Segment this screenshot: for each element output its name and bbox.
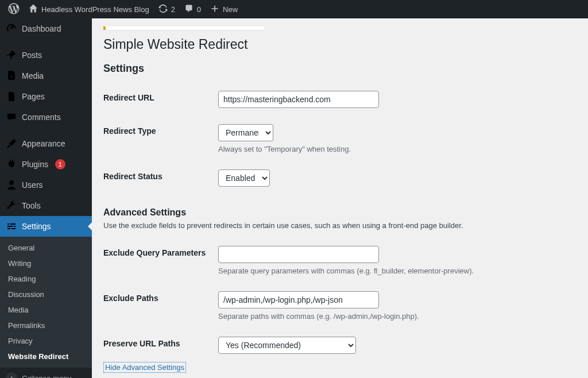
admin-sidebar: Dashboard Posts Media Pages Comments App… — [0, 18, 92, 378]
media-icon — [6, 70, 17, 82]
sidebar-item-dashboard[interactable]: Dashboard — [0, 18, 92, 39]
redirect-status-label: Redirect Status — [103, 161, 218, 195]
submenu-permalinks[interactable]: Permalinks — [0, 318, 92, 333]
redirect-type-select[interactable]: Permanent — [218, 124, 273, 141]
collapse-icon — [6, 372, 17, 378]
sidebar-item-posts[interactable]: Posts — [0, 45, 92, 65]
wordpress-logo[interactable] — [3, 0, 24, 18]
sidebar-item-label: Appearance — [22, 139, 65, 148]
exclude-paths-help: Separate paths with commas (e.g. /wp-adm… — [218, 312, 571, 321]
advanced-heading: Advanced Settings — [103, 207, 577, 218]
pages-icon — [6, 91, 17, 102]
sidebar-item-tools[interactable]: Tools — [0, 195, 92, 216]
settings-submenu: General Writing Reading Discussion Media… — [0, 237, 92, 368]
sidebar-item-label: Plugins — [22, 160, 48, 169]
exclude-query-help: Separate query parameters with commas (e… — [218, 267, 571, 275]
collapse-label: Collapse menu — [22, 374, 72, 379]
sidebar-item-pages[interactable]: Pages — [0, 86, 92, 107]
sidebar-item-users[interactable]: Users — [0, 175, 92, 195]
exclude-paths-input[interactable] — [218, 291, 379, 308]
sidebar-item-label: Media — [22, 71, 44, 80]
dashboard-icon — [6, 23, 17, 34]
redirect-url-input[interactable] — [218, 91, 379, 108]
pin-icon — [6, 49, 17, 61]
sliders-icon — [6, 221, 17, 232]
admin-bar: Headless WordPress News Blog 2 0 New — [0, 0, 588, 18]
submenu-website-redirect[interactable]: Website Redirect — [0, 349, 92, 364]
submenu-privacy[interactable]: Privacy — [0, 333, 92, 349]
wrench-icon — [6, 200, 17, 211]
sidebar-item-label: Tools — [22, 201, 41, 210]
redirect-url-label: Redirect URL — [103, 83, 218, 116]
updates-link[interactable]: 2 — [154, 0, 180, 18]
sidebar-item-settings[interactable]: Settings — [0, 216, 92, 237]
sidebar-item-comments[interactable]: Comments — [0, 107, 92, 128]
submenu-writing[interactable]: Writing — [0, 256, 92, 271]
comments-count: 0 — [197, 5, 201, 14]
site-name-link[interactable]: Headless WordPress News Blog — [24, 0, 154, 18]
exclude-query-label: Exclude Query Parameters — [103, 238, 218, 283]
preserve-paths-label: Preserve URL Paths — [103, 329, 218, 362]
user-icon — [6, 179, 17, 191]
sidebar-item-label: Users — [22, 180, 43, 190]
sidebar-item-media[interactable]: Media — [0, 65, 92, 86]
submenu-media[interactable]: Media — [0, 302, 92, 318]
submenu-discussion[interactable]: Discussion — [0, 287, 92, 302]
exclude-query-input[interactable] — [218, 246, 379, 263]
wordpress-icon — [8, 3, 20, 16]
advanced-form: Exclude Query Parameters Separate query … — [103, 238, 577, 362]
sidebar-item-label: Comments — [22, 113, 61, 122]
redirect-type-help: Always set to "Temporary" when testing. — [218, 145, 571, 153]
new-label: New — [223, 5, 238, 14]
settings-form: Redirect URL Redirect Type Permanent Alw… — [103, 83, 577, 195]
redirect-type-label: Redirect Type — [103, 116, 218, 161]
collapse-menu-button[interactable]: Collapse menu — [0, 368, 92, 378]
advanced-desc: Use the exclude fields to prevent redire… — [103, 221, 577, 230]
comments-icon — [6, 111, 17, 123]
redirect-status-select[interactable]: Enabled — [218, 169, 270, 187]
plugins-update-badge: 1 — [55, 159, 65, 169]
exclude-paths-label: Exclude Paths — [103, 283, 218, 329]
comments-link[interactable]: 0 — [180, 0, 206, 18]
sidebar-item-label: Settings — [22, 222, 51, 231]
brush-icon — [6, 138, 17, 149]
sidebar-item-plugins[interactable]: Plugins 1 — [0, 154, 92, 175]
updates-count: 2 — [171, 5, 175, 14]
submenu-general[interactable]: General — [0, 240, 92, 256]
toggle-advanced-link[interactable]: Hide Advanced Settings — [103, 362, 186, 373]
plugin-icon — [6, 159, 17, 170]
sidebar-item-label: Pages — [22, 92, 45, 101]
site-name: Headless WordPress News Blog — [41, 5, 149, 14]
preserve-paths-select[interactable]: Yes (Recommended) — [218, 337, 356, 354]
settings-heading: Settings — [103, 63, 577, 75]
admin-content: Simple Website Redirect Settings Redirec… — [92, 0, 588, 378]
sidebar-item-appearance[interactable]: Appearance — [0, 133, 92, 154]
home-icon — [29, 4, 38, 15]
refresh-icon — [158, 4, 168, 15]
new-content-link[interactable]: New — [206, 0, 242, 18]
page-title: Simple Website Redirect — [103, 37, 577, 52]
comment-icon — [184, 4, 194, 15]
sidebar-item-label: Dashboard — [22, 24, 61, 33]
admin-notice — [103, 26, 264, 30]
sidebar-item-label: Posts — [22, 51, 42, 60]
plus-icon — [210, 4, 219, 15]
submenu-reading[interactable]: Reading — [0, 271, 92, 287]
